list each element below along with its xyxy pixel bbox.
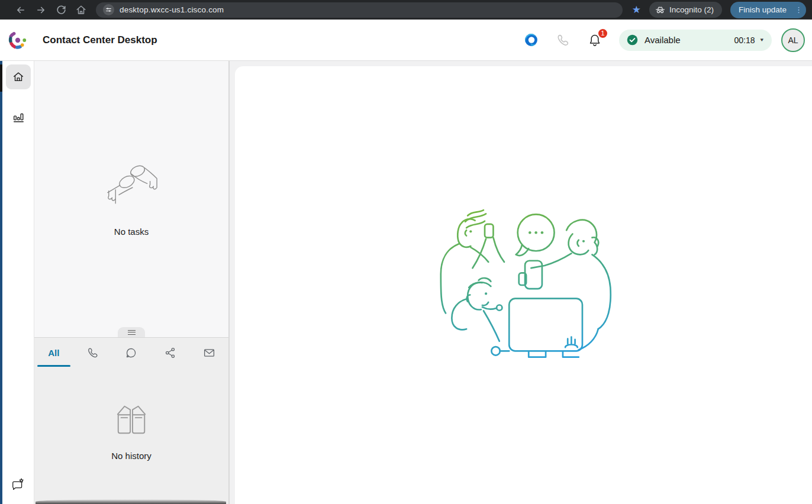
back-icon — [15, 5, 26, 15]
status-timer: 00:18 — [734, 35, 755, 45]
forward-button[interactable] — [31, 2, 51, 18]
page-title: Contact Center Desktop — [43, 34, 157, 46]
bookmark-star-icon[interactable]: ★ — [632, 4, 641, 16]
webex-cc-logo — [7, 30, 28, 51]
incognito-icon — [655, 5, 665, 14]
main-empty-card — [235, 66, 812, 504]
browser-home-button[interactable] — [71, 2, 91, 18]
history-empty-state: No history — [34, 367, 228, 504]
incognito-badge: Incognito (2) — [649, 2, 722, 18]
history-panel: All — [34, 337, 228, 504]
sidebar-item-home[interactable] — [6, 64, 31, 89]
tab-calls[interactable] — [73, 338, 112, 367]
notification-badge: 1 — [597, 28, 608, 39]
site-settings-icon[interactable] — [103, 4, 114, 15]
dock-edge — [36, 499, 226, 504]
agents-illustration — [432, 206, 616, 364]
analytics-icon — [12, 111, 25, 124]
history-tabs: All — [34, 338, 228, 367]
tab-email[interactable] — [189, 338, 228, 367]
email-icon — [203, 347, 215, 359]
tab-social[interactable] — [151, 338, 190, 367]
panel-resize-handle[interactable] — [118, 327, 145, 337]
app-header: Contact Center Desktop 1 — [0, 20, 812, 61]
back-button[interactable] — [11, 2, 31, 18]
finish-update-button[interactable]: Finish update — [730, 2, 792, 18]
nav-rail — [2, 61, 34, 504]
browser-toolbar: desktop.wxcc-us1.cisco.com ★ Incognito (… — [0, 0, 812, 20]
avatar-initials: AL — [788, 35, 798, 45]
status-label: Available — [645, 35, 681, 45]
feedback-icon — [11, 477, 26, 492]
url-text: desktop.wxcc-us1.cisco.com — [120, 5, 224, 14]
address-bar[interactable]: desktop.wxcc-us1.cisco.com — [96, 2, 623, 18]
empty-box-illustration — [109, 402, 153, 438]
main-area — [230, 61, 812, 504]
no-history-label: No history — [111, 451, 152, 461]
browser-menu-dots-icon[interactable]: ⋮ — [792, 2, 806, 18]
reload-button[interactable] — [51, 2, 71, 18]
webex-app-button[interactable] — [523, 33, 539, 48]
megaphones-illustration — [103, 161, 160, 214]
phone-icon — [86, 347, 99, 359]
notifications-button[interactable]: 1 — [587, 33, 602, 48]
feedback-button[interactable] — [6, 472, 31, 497]
active-tab-underline — [37, 365, 70, 367]
task-list-empty-state: No tasks — [34, 61, 228, 337]
reload-icon — [56, 5, 66, 15]
chevron-down-icon: ▾ — [760, 37, 763, 43]
dialer-button[interactable] — [555, 33, 571, 48]
share-icon — [164, 347, 176, 359]
home-icon — [12, 70, 25, 83]
tab-chats[interactable] — [112, 338, 151, 367]
sidebar-item-analytics[interactable] — [6, 105, 31, 130]
avatar[interactable]: AL — [781, 28, 805, 52]
chat-icon — [125, 347, 137, 359]
active-nav-indicator — [0, 64, 2, 92]
task-panel: No tasks All — [34, 61, 230, 504]
forward-icon — [36, 5, 46, 15]
webex-icon — [524, 33, 539, 47]
phone-icon — [556, 33, 570, 47]
browser-home-icon — [76, 5, 86, 15]
tab-all[interactable]: All — [34, 338, 73, 367]
workspace: No tasks All — [0, 61, 812, 504]
availability-selector[interactable]: Available 00:18 ▾ — [619, 30, 772, 51]
no-tasks-label: No tasks — [114, 227, 149, 237]
status-check-icon — [626, 34, 639, 46]
incognito-label: Incognito (2) — [669, 5, 714, 14]
